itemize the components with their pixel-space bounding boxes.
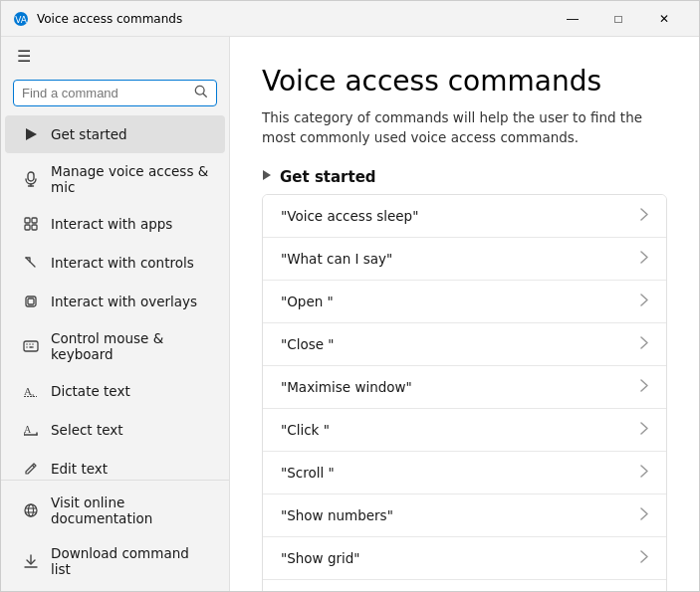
chevron-right-icon (640, 465, 648, 481)
command-text: "What can I say" (281, 251, 392, 267)
nav-items: Get started Manage voice access & mic (1, 114, 229, 480)
section-expand-icon (262, 169, 272, 184)
page-description: This category of commands will help the … (262, 107, 667, 148)
command-item[interactable]: "Close " (263, 323, 666, 366)
sidebar-item-label: Dictate text (51, 383, 209, 399)
hamburger-menu-icon[interactable]: ☰ (1, 37, 229, 76)
command-item[interactable]: "Scroll " (263, 452, 666, 494)
svg-marker-4 (26, 128, 37, 140)
sidebar-item-label: Select text (51, 422, 209, 438)
sidebar-item-label: Interact with overlays (51, 294, 209, 309)
sidebar-item-label: Visit online documentation (51, 494, 209, 526)
svg-rect-5 (28, 172, 34, 181)
command-item[interactable]: "Cancel" (263, 580, 666, 592)
get-started-icon (21, 124, 41, 144)
search-icon (194, 85, 208, 101)
chevron-right-icon (640, 208, 648, 224)
controls-icon (21, 253, 41, 273)
command-text: "Close " (281, 336, 335, 352)
sidebar-item-label: Interact with controls (51, 255, 209, 271)
search-input[interactable] (22, 86, 194, 100)
command-text: "Show numbers" (281, 507, 393, 523)
sidebar-bottom: Visit online documentation Download comm… (1, 480, 229, 591)
svg-rect-10 (25, 225, 30, 230)
section-title: Get started (280, 168, 376, 186)
command-item[interactable]: "What can I say" (263, 238, 666, 281)
globe-icon (21, 500, 41, 520)
sidebar: ☰ Get started (1, 37, 230, 591)
svg-rect-11 (32, 225, 37, 230)
svg-point-35 (29, 504, 34, 516)
command-item[interactable]: "Open " (263, 281, 666, 323)
chevron-right-icon (640, 379, 648, 395)
svg-text:A: A (24, 424, 32, 435)
sidebar-item-download-list[interactable]: Download command list (5, 536, 225, 586)
chevron-right-icon (640, 336, 648, 352)
sidebar-item-label: Manage voice access & mic (51, 163, 209, 195)
command-text: "Click " (281, 422, 330, 438)
sidebar-item-label: Interact with apps (51, 216, 209, 232)
sidebar-item-label: Download command list (51, 545, 209, 577)
command-list: "Voice access sleep" "What can I say" "O… (262, 194, 667, 592)
svg-point-34 (25, 504, 37, 516)
edit-text-icon (21, 459, 41, 479)
section-header: Get started (262, 168, 667, 186)
maximize-button[interactable]: □ (595, 5, 641, 33)
chevron-right-icon (640, 294, 648, 309)
chevron-right-icon (640, 422, 648, 438)
sidebar-item-interact-overlays[interactable]: Interact with overlays (5, 283, 225, 320)
dictate-text-icon: A a (21, 381, 41, 401)
mic-icon (21, 169, 41, 189)
download-icon (21, 551, 41, 571)
sidebar-item-label: Control mouse & keyboard (51, 330, 209, 362)
command-item[interactable]: "Show grid" (263, 537, 666, 580)
page-title: Voice access commands (262, 65, 667, 98)
sidebar-item-edit-text[interactable]: Edit text (5, 450, 225, 480)
svg-rect-8 (25, 218, 30, 223)
svg-rect-9 (32, 218, 37, 223)
apps-icon (21, 214, 41, 234)
command-text: "Show grid" (281, 550, 360, 566)
command-item[interactable]: "Show numbers" (263, 494, 666, 537)
sidebar-item-label: Edit text (51, 461, 209, 477)
overlays-icon (21, 292, 41, 311)
keyboard-icon (21, 336, 41, 356)
command-item[interactable]: "Click " (263, 409, 666, 452)
command-item[interactable]: "Voice access sleep" (263, 195, 666, 238)
svg-rect-15 (24, 341, 38, 351)
svg-rect-14 (28, 298, 34, 304)
chevron-right-icon (640, 550, 648, 566)
sidebar-item-visit-docs[interactable]: Visit online documentation (5, 486, 225, 535)
chevron-right-icon (640, 251, 648, 267)
sidebar-item-label: Get started (51, 126, 209, 142)
svg-text:VA: VA (15, 15, 28, 25)
minimize-button[interactable]: — (550, 5, 595, 33)
sidebar-item-get-started[interactable]: Get started (5, 115, 225, 153)
app-body: ☰ Get started (1, 37, 699, 591)
sidebar-item-dictate-text[interactable]: A a Dictate text (5, 372, 225, 410)
search-box[interactable] (13, 80, 217, 106)
sidebar-item-select-text[interactable]: A Select text (5, 411, 225, 449)
svg-line-3 (203, 94, 206, 97)
command-item[interactable]: "Maximise window" (263, 366, 666, 409)
svg-marker-40 (263, 170, 271, 180)
command-text: "Voice access sleep" (281, 208, 418, 224)
command-text: "Maximise window" (281, 379, 412, 395)
select-text-icon: A (21, 420, 41, 440)
close-button[interactable]: ✕ (641, 5, 687, 33)
app-icon: VA (13, 11, 29, 27)
title-bar-title: Voice access commands (37, 12, 550, 26)
command-text: "Scroll " (281, 465, 335, 481)
sidebar-item-interact-controls[interactable]: Interact with controls (5, 244, 225, 282)
sidebar-item-control-mouse[interactable]: Control mouse & keyboard (5, 321, 225, 371)
svg-line-29 (33, 466, 35, 468)
sidebar-item-manage-voice[interactable]: Manage voice access & mic (5, 154, 225, 204)
command-text: "Open " (281, 294, 334, 309)
chevron-right-icon (640, 507, 648, 523)
sidebar-item-interact-apps[interactable]: Interact with apps (5, 205, 225, 243)
window-controls: — □ ✕ (550, 5, 687, 33)
main-content: Voice access commands This category of c… (230, 37, 699, 591)
title-bar: VA Voice access commands — □ ✕ (1, 1, 699, 37)
